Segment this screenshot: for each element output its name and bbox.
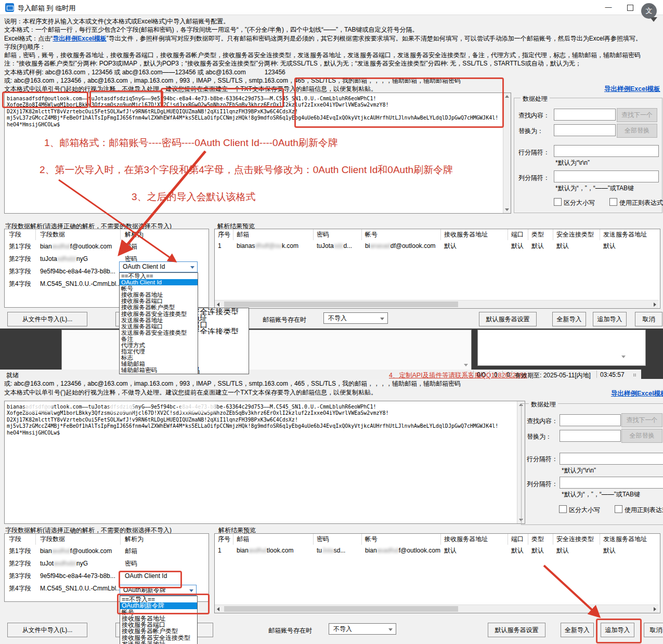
replace-all-button[interactable]: 全部替换 <box>621 429 662 443</box>
default-server-button[interactable]: 默认服务器设置 <box>488 623 545 637</box>
translate-badge-icon[interactable]: 文 <box>641 3 657 19</box>
cancel-button[interactable]: 取消 <box>635 312 662 326</box>
find-next-button[interactable]: 查找下一个 <box>621 413 662 427</box>
dropdown-option[interactable]: OAuth Client Id <box>120 279 198 285</box>
background-panel-right <box>477 330 646 366</box>
col-separator-input[interactable] <box>554 170 659 182</box>
dropdown-option[interactable]: 接收服务器帐户类型 <box>120 628 197 634</box>
find-next-button[interactable]: 查找下一个 <box>617 108 657 122</box>
field-parse-value[interactable]: OAuth Client Id <box>121 570 209 582</box>
preview-row[interactable]: 1 bianasdfsdf@ouk.com tuJotasdzd... bian… <box>215 240 660 252</box>
dropdown-option[interactable]: 接收服务器地址 <box>120 292 198 298</box>
dropdown-option[interactable]: 指定代理 <box>120 348 198 354</box>
checkbox-icon[interactable] <box>609 198 617 206</box>
regex-checkbox[interactable]: 使用正则表达式 <box>615 505 663 515</box>
dropdown-option[interactable]: 发送服务器端口 <box>120 323 198 330</box>
chevron-down-icon[interactable] <box>621 356 626 358</box>
dropdown-option[interactable]: 接收服务器端口 <box>120 622 197 628</box>
col-separator-input[interactable] <box>560 477 663 489</box>
append-import-button[interactable]: 追加导入 <box>593 312 627 326</box>
dropdown-option[interactable]: 接收服务器帐户类型 <box>120 304 198 310</box>
export-excel-template-link[interactable]: 导出样例Excel模板 <box>53 35 106 42</box>
scroll-right-icon[interactable] <box>654 303 656 307</box>
col-separator-hint: *默认为“，”，“——”或TAB键 <box>562 490 640 499</box>
dropdown-option[interactable]: 标志 <box>120 354 198 361</box>
field-row[interactable]: 第1字段 bianasdfsdf@outlook.com 邮箱 <box>5 545 209 557</box>
preview-hscrollbar[interactable] <box>215 300 659 308</box>
dropdown-option[interactable]: 发送服务器地址 <box>120 317 198 323</box>
dropdown-option[interactable]: ==不导入== <box>120 273 198 279</box>
checkbox-icon[interactable] <box>615 505 622 513</box>
case-sensitive-checkbox[interactable]: 区分大小写 <box>554 198 595 207</box>
dropdown-option[interactable]: 接收服务器端口 <box>120 298 198 304</box>
dropdown-option[interactable]: 发送服务器安全连接类型 <box>120 330 198 336</box>
replace-input[interactable] <box>554 124 616 136</box>
dropdown-option[interactable]: 接收服务器地址 <box>120 615 197 622</box>
import-textarea[interactable]: bianasadfsdf@outlook.com——tuJotasdfsdziq… <box>4 93 511 214</box>
scroll-up-icon[interactable] <box>505 95 509 98</box>
exists-action-select[interactable]: 不导入 <box>329 623 396 635</box>
field-row[interactable]: 第2字段 tuJotasdfsdzinyG 密码 <box>5 557 209 570</box>
append-import-button[interactable]: 追加导入 <box>601 623 634 637</box>
regex-label: 使用正则表达式 <box>625 506 663 514</box>
replace-input[interactable] <box>560 430 621 442</box>
import-from-file-button[interactable]: 从文件中导入(L)... <box>7 312 87 326</box>
textarea-vscrollbar[interactable] <box>503 93 511 213</box>
parse-combobox-bottom[interactable]: OAuth刷新令牌 <box>120 585 197 596</box>
dropdown-option[interactable]: 发送服务器地址 <box>120 641 197 644</box>
chevron-down-icon[interactable] <box>464 364 468 366</box>
dropdown-option[interactable]: 接收服务器安全连接类型 <box>120 635 197 641</box>
field-parse-value[interactable]: 邮箱 <box>121 240 209 253</box>
exists-action-select[interactable]: 不导入 <box>323 312 388 324</box>
row-separator-input[interactable] <box>554 145 659 157</box>
chevron-down-icon <box>388 628 393 631</box>
parse-combobox-top[interactable]: OAuth Client Id <box>119 261 198 272</box>
cancel-button[interactable]: 取消 <box>644 623 663 637</box>
field-row[interactable]: 第3字段 9e5f94bc-e8a4-4e73-b8b... OAuth Cli… <box>5 570 209 582</box>
dropdown-option[interactable]: OAuth刷新令牌 <box>120 602 197 609</box>
case-sensitive-label: 区分大小写 <box>569 506 600 514</box>
find-input[interactable] <box>560 414 621 426</box>
field-parse-value[interactable]: 邮箱 <box>121 545 209 557</box>
field-row[interactable]: 第1字段 bianasdfsdf@outlook.com 邮箱 <box>5 240 209 253</box>
default-server-button[interactable]: 默认服务器设置 <box>479 312 537 326</box>
dropdown-option[interactable]: ==不导入== <box>120 596 197 602</box>
preview-header-cell: 邮箱 <box>233 534 314 545</box>
row-separator-input[interactable] <box>560 453 663 465</box>
export-excel-template-link[interactable]: 导出样例Excel模板 <box>611 389 663 398</box>
blurred-text: asadfsd <box>377 547 399 554</box>
minimize-button[interactable]: — <box>601 2 616 12</box>
col-separator-label: 列分隔符： <box>527 480 558 489</box>
field-parse-value[interactable]: 密码 <box>121 557 209 570</box>
scroll-right-icon[interactable] <box>654 607 656 611</box>
checkbox-icon[interactable] <box>559 505 567 513</box>
dropdown-option[interactable]: 接收服务器安全连接类型 <box>120 311 198 317</box>
checkbox-icon[interactable] <box>554 198 562 206</box>
field-data-text: 9e5f94bc-e8a4-4e73-b8b... <box>40 572 115 580</box>
preview-row[interactable]: 1 bianasdfsdtlook.com tuJotasd... bianas… <box>215 545 660 556</box>
preview-hscrollbar[interactable] <box>215 604 659 613</box>
scroll-down-icon[interactable] <box>505 208 509 211</box>
scroll-left-icon[interactable] <box>217 607 219 611</box>
case-sensitive-checkbox[interactable]: 区分大小写 <box>559 505 600 515</box>
dropdown-option[interactable]: 帐号 <box>120 285 198 292</box>
replace-all-button[interactable]: 全部替换 <box>617 124 657 138</box>
dropdown-option[interactable]: 代理方式 <box>120 342 198 348</box>
dropdown-option[interactable]: 辅助邮箱 <box>120 361 198 367</box>
find-input[interactable] <box>554 109 616 121</box>
new-import-button[interactable]: 全新导入 <box>552 312 586 326</box>
dropdown-option[interactable]: 备注 <box>120 336 198 342</box>
scrollbar-thumb[interactable] <box>224 606 458 612</box>
import-from-file-button[interactable]: 从文件中导入(L)... <box>7 623 87 637</box>
dropdown-option[interactable]: 帐号 <box>120 609 197 615</box>
field-data-text: tuJot <box>40 560 54 567</box>
scroll-left-icon[interactable] <box>217 303 219 307</box>
resize-grip[interactable] <box>633 374 636 377</box>
cell-num: 1 <box>215 240 233 252</box>
new-import-button[interactable]: 全新导入 <box>561 623 594 637</box>
dropdown-option[interactable]: 辅助邮箱密码 <box>120 367 198 373</box>
regex-checkbox[interactable]: 使用正则表达式 <box>609 198 663 207</box>
export-excel-template-link[interactable]: 导出样例Excel模板 <box>604 85 660 94</box>
import-textarea[interactable]: bianasadfsdf@outlook.com——tuJotasdfsdziq… <box>4 401 525 524</box>
scrollbar-thumb[interactable] <box>224 301 458 307</box>
